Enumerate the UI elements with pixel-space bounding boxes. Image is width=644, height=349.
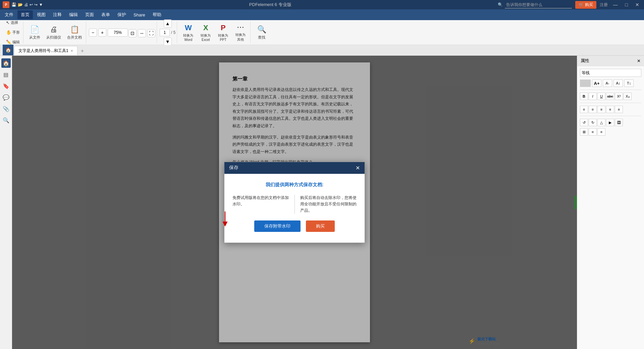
tab-bar: 🏠 文字是人类用符号...和工具1 ✕ + bbox=[0, 45, 644, 56]
sidebar-home-icon[interactable]: 🏠 bbox=[1, 58, 11, 68]
superscript-btn[interactable]: X² bbox=[615, 93, 623, 100]
toolbar-zoom-group: − + ⊡ ↔ ⛶ bbox=[88, 21, 157, 43]
font-tt-btn[interactable]: T↕ bbox=[624, 80, 634, 87]
dialog-right-col: 购买后将自动去除水印，您将使用全功能开放且不受任何限制的产品。 bbox=[300, 195, 357, 214]
underline-btn[interactable]: U bbox=[597, 93, 605, 100]
save-with-watermark-btn[interactable]: 保存附带水印 bbox=[254, 220, 301, 232]
font-size-up-btn[interactable]: A+ bbox=[592, 80, 601, 87]
to-excel-btn[interactable]: X 转换为Excel bbox=[197, 22, 214, 43]
font-spacing-btn[interactable]: A↕ bbox=[613, 80, 623, 87]
image-btn[interactable]: 🖼 bbox=[615, 119, 623, 126]
current-page-input[interactable] bbox=[160, 29, 170, 36]
customize-icon[interactable]: ▼ bbox=[39, 2, 43, 7]
save-quick-icon[interactable]: 💾 bbox=[11, 2, 16, 7]
menu-edit[interactable]: 编辑 bbox=[66, 10, 81, 19]
play-btn[interactable]: ▶ bbox=[606, 119, 614, 126]
undo-icon[interactable]: ↩ bbox=[30, 2, 33, 7]
sidebar-bookmark-icon[interactable]: 🔖 bbox=[1, 81, 11, 91]
to-other-btn[interactable]: ⋯ 转换为其他 bbox=[232, 21, 249, 43]
sidebar-search-icon[interactable]: 🔍 bbox=[1, 115, 11, 125]
strikethrough-btn[interactable]: abc bbox=[606, 93, 614, 100]
align-right-btn[interactable]: ≡ bbox=[597, 106, 605, 113]
tab-close-btn[interactable]: ✕ bbox=[70, 49, 73, 53]
from-scanner-btn[interactable]: 🖨 从扫描仪 bbox=[44, 24, 64, 41]
page-nav: / 5 bbox=[160, 29, 175, 36]
sidebar-thumbnails-icon[interactable]: ▤ bbox=[1, 70, 11, 79]
minimize-button[interactable]: — bbox=[611, 1, 620, 8]
align-justify-btn[interactable]: ≡ bbox=[606, 106, 614, 113]
sidebar-comment-icon[interactable]: 💬 bbox=[1, 93, 11, 102]
search-btn[interactable]: 🔍 查找 bbox=[253, 24, 270, 41]
title-search-input[interactable] bbox=[505, 1, 572, 8]
fit-page-btn[interactable]: ⊡ bbox=[128, 29, 137, 37]
page-down-btn[interactable]: ▼ bbox=[164, 38, 172, 46]
toolbar-file-group: ↖ 选择 ✋ 手形 ✏️ 编辑 bbox=[3, 21, 23, 43]
fullscreen-btn[interactable]: ⛶ bbox=[147, 29, 155, 37]
prop-divider-1 bbox=[580, 90, 641, 90]
dialog-title: 保存 bbox=[229, 165, 238, 171]
align-left-btn[interactable]: ≡ bbox=[580, 106, 588, 113]
zoom-out-btn[interactable]: − bbox=[89, 29, 97, 37]
menu-help[interactable]: 帮助 bbox=[149, 10, 165, 19]
right-sidebar: 属性 ✕ A+ A- A↕ T↕ B I U bbox=[577, 56, 644, 349]
select-tool-btn[interactable]: ↖ 选择 bbox=[4, 19, 20, 27]
open-quick-icon[interactable]: 📂 bbox=[18, 2, 23, 7]
align-distribute-btn[interactable]: ≡ bbox=[615, 106, 623, 113]
right-sidebar-header: 属性 ✕ bbox=[577, 56, 644, 66]
right-sidebar-close-btn[interactable]: ✕ bbox=[637, 58, 641, 63]
menu-home[interactable]: 首页 bbox=[17, 10, 33, 19]
bold-btn[interactable]: B bbox=[580, 93, 588, 100]
print-quick-icon[interactable]: 🖨 bbox=[24, 2, 28, 7]
subscript-btn[interactable]: X₂ bbox=[624, 93, 632, 100]
triangle-btn[interactable]: △ bbox=[597, 119, 605, 126]
font-family-input[interactable] bbox=[580, 69, 641, 77]
page-up-btn[interactable]: ▲ bbox=[164, 19, 172, 28]
rotate-cw-btn[interactable]: ↻ bbox=[589, 119, 597, 126]
rotate-ccw-btn[interactable]: ↺ bbox=[580, 119, 588, 126]
toolbar-create-group: 📄 从文件 🖨 从扫描仪 📋 合并文档 bbox=[25, 21, 86, 43]
font-color-btn[interactable] bbox=[580, 80, 591, 87]
menu-protect[interactable]: 保护 bbox=[114, 10, 129, 19]
hand-tool-btn[interactable]: ✋ 手形 bbox=[4, 29, 22, 36]
redo-icon[interactable]: ↪ bbox=[34, 2, 38, 7]
maximize-button[interactable]: □ bbox=[623, 1, 630, 8]
right-sidebar-content: A+ A- A↕ T↕ B I U abc X² X₂ bbox=[577, 66, 644, 140]
zoom-input[interactable] bbox=[108, 29, 128, 37]
zoom-in-btn[interactable]: + bbox=[98, 29, 106, 37]
merge-docs-btn[interactable]: 📋 合并文档 bbox=[64, 24, 85, 41]
toolbar-search-group: 🔍 查找 bbox=[252, 21, 271, 43]
title-search[interactable]: 🔍 bbox=[498, 1, 572, 8]
tab-document[interactable]: 文字是人类用符号...和工具1 ✕ bbox=[14, 46, 77, 55]
to-ppt-btn[interactable]: P 转换为PPT bbox=[215, 22, 231, 43]
title-bar-right: 🔍 🛒 购买 注册 — □ ✕ bbox=[498, 1, 641, 9]
buy-btn[interactable]: 购买 bbox=[306, 220, 335, 232]
menu-view[interactable]: 视图 bbox=[34, 10, 49, 19]
menu-page[interactable]: 页面 bbox=[82, 10, 97, 19]
page-total: / 5 bbox=[171, 30, 175, 35]
dialog-close-btn[interactable]: ✕ bbox=[356, 165, 360, 171]
align-center-btn[interactable]: ≡ bbox=[589, 106, 597, 113]
register-button[interactable]: 注册 bbox=[600, 2, 608, 8]
shape-row: ↺ ↻ △ ▶ 🖼 bbox=[580, 119, 641, 126]
menu-comment[interactable]: 注释 bbox=[50, 10, 65, 19]
cart-icon: 🛒 bbox=[579, 2, 584, 7]
home-tab-icon[interactable]: 🏠 bbox=[3, 45, 13, 55]
dialog-body: 我们提供两种方式保存文档: 免费试用版将在您的文档中添加水印。 购买后将自动去除… bbox=[224, 174, 365, 243]
content-area: 第一章 赵依依是人类用符号记录表达信息以传之久远的方式和工具。现代文字大多是记录… bbox=[12, 56, 577, 349]
fit-width-btn[interactable]: ↔ bbox=[138, 29, 146, 37]
menu-form[interactable]: 表单 bbox=[98, 10, 113, 19]
close-button[interactable]: ✕ bbox=[633, 1, 641, 8]
to-word-btn[interactable]: W 转换为Word bbox=[180, 22, 197, 43]
from-file-btn[interactable]: 📄 从文件 bbox=[26, 24, 43, 41]
sidebar-attachment-icon[interactable]: 📎 bbox=[1, 104, 11, 113]
italic-btn[interactable]: I bbox=[589, 93, 597, 100]
menu-file[interactable]: 文件 bbox=[1, 10, 17, 19]
merge-icon: 📋 bbox=[70, 25, 79, 34]
font-size-down-btn[interactable]: A- bbox=[603, 80, 612, 87]
menu-share[interactable]: Share bbox=[130, 11, 149, 19]
purchase-button[interactable]: 🛒 购买 bbox=[575, 1, 596, 9]
tab-add-btn[interactable]: + bbox=[78, 47, 87, 55]
lines-btn[interactable]: ≡ bbox=[597, 128, 605, 136]
list-btn[interactable]: ≡ bbox=[589, 128, 597, 136]
grid-btn[interactable]: ⊞ bbox=[580, 128, 588, 136]
